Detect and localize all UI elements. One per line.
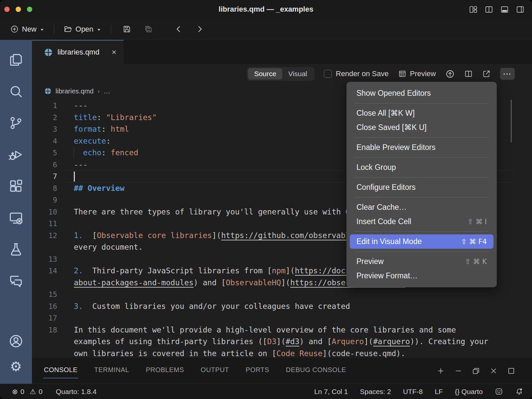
feedback-smiley-icon[interactable] — [495, 387, 503, 396]
activity-bar: ⚙ — [0, 40, 32, 384]
activitybar-testing-icon[interactable] — [8, 241, 24, 257]
status-ln-7-col-1[interactable]: Ln 7, Col 1 — [314, 388, 348, 396]
activitybar-run-debug-icon[interactable] — [8, 147, 24, 163]
menu-item-lock-group[interactable]: Lock Group — [346, 160, 497, 175]
status-bar: ⊗ 0 ⚠ 0 Quarto: 1.8.4 Ln 7, Col 1Spaces:… — [0, 384, 532, 399]
menu-item-preview-format[interactable]: Preview Format… — [346, 269, 497, 283]
activitybar-explorer-icon[interactable] — [8, 52, 24, 68]
close-tab-icon[interactable]: × — [112, 48, 116, 56]
code-text: echo: fenced — [74, 147, 138, 159]
code-text: ## Overview — [74, 183, 124, 195]
toggle-secondary-sidebar-icon[interactable] — [516, 5, 525, 14]
source-visual-toggle: Source Visual — [247, 67, 314, 81]
quarto-version-status[interactable]: Quarto: 1.8.4 — [56, 388, 97, 396]
code-segment: #d3 — [286, 337, 300, 346]
code-segment: about-packages-and-modules — [74, 278, 194, 287]
menu-item-configure-editors[interactable]: Configure Editors — [346, 180, 497, 195]
new-button[interactable]: New — [7, 23, 47, 36]
code-line[interactable]: 15 — [32, 289, 532, 301]
customize-layout-icon[interactable] — [469, 5, 478, 14]
source-mode-button[interactable]: Source — [248, 68, 282, 79]
line-number: 9 — [32, 194, 57, 206]
open-in-new-window-icon[interactable] — [482, 69, 491, 78]
code-line[interactable]: 18In this document we'll provide a high-… — [32, 324, 532, 336]
panel-minus-icon[interactable] — [454, 367, 463, 375]
code-segment: --- — [74, 160, 88, 169]
panel-tab-debug-console[interactable]: DEBUG CONSOLE — [285, 363, 347, 378]
breadcrumb-more[interactable]: … — [103, 87, 110, 95]
status-lf[interactable]: LF — [435, 388, 443, 396]
activitybar-settings-icon[interactable]: ⚙ — [8, 358, 24, 374]
code-text: format: html — [74, 123, 129, 135]
status-quarto[interactable]: {} Quarto — [455, 388, 483, 396]
problems-status[interactable]: ⊗ 0 ⚠ 0 — [12, 388, 43, 396]
code-segment: 2. — [74, 266, 83, 275]
menu-item-close-all-k-w[interactable]: Close All [⌘K W] — [346, 106, 497, 120]
preview-doc-icon — [398, 69, 407, 78]
code-segment: every document. — [74, 243, 143, 251]
split-editor-icon[interactable] — [484, 5, 493, 14]
code-line[interactable]: own libraries is covered in the article … — [32, 348, 532, 358]
code-text: 3. Custom libraries you and/or your coll… — [74, 301, 350, 313]
activitybar-account-icon[interactable] — [8, 333, 24, 349]
render-icon[interactable] — [445, 69, 455, 79]
code-segment: fenced — [111, 148, 138, 157]
activitybar-comments-icon[interactable] — [8, 273, 24, 289]
panel-restore-icon[interactable] — [472, 367, 480, 375]
code-segment: code-reuse.qmd — [332, 349, 396, 358]
navigate-back-icon[interactable] — [174, 25, 183, 34]
toggle-panel-icon[interactable] — [500, 5, 509, 14]
editor-actions-context-menu: Show Opened EditorsClose All [⌘K W]Close… — [346, 82, 497, 287]
warning-icon: ⚠ — [30, 388, 36, 396]
breadcrumb-file[interactable]: libraries.qmd — [56, 87, 93, 95]
navigate-forward-icon[interactable] — [195, 25, 204, 34]
scrollbar-slider[interactable] — [511, 100, 512, 142]
status-spaces-2[interactable]: Spaces: 2 — [360, 388, 391, 396]
open-button[interactable]: Open — [61, 23, 104, 36]
menu-item-enable-preview-editors[interactable]: Enable Preview Editors — [346, 140, 497, 155]
panel-tab-terminal[interactable]: TERMINAL — [93, 363, 130, 378]
code-segment: [ — [272, 349, 276, 358]
menu-item-insert-code-cell[interactable]: Insert Code Cell⇧ ⌘ I — [346, 214, 497, 229]
chevron-right-icon: › — [97, 88, 99, 95]
tab-libraries-qmd[interactable]: libraries.qmd × — [32, 40, 124, 64]
code-text: examples of using third-party libraries … — [74, 336, 488, 348]
menu-item-close-saved-k-u[interactable]: Close Saved [⌘K U] — [346, 120, 497, 135]
panel-maximize-icon[interactable] — [507, 367, 515, 375]
new-label: New — [22, 25, 37, 34]
menu-divider — [354, 177, 489, 178]
render-on-save-checkbox[interactable]: Render on Save — [324, 69, 389, 78]
panel-actions — [437, 358, 515, 384]
save-icon[interactable] — [122, 25, 131, 34]
code-line[interactable]: examples of using third-party libraries … — [32, 336, 532, 348]
activitybar-extensions-icon[interactable] — [8, 178, 24, 194]
line-number: 12 — [32, 230, 57, 242]
warning-count: 0 — [39, 388, 43, 396]
panel-tab-ports[interactable]: PORTS — [245, 363, 270, 378]
panel-plus-icon[interactable] — [437, 367, 445, 375]
panel-tab-console[interactable]: CONSOLE — [43, 363, 78, 378]
activitybar-search-icon[interactable] — [8, 83, 24, 99]
panel-tab-output[interactable]: OUTPUT — [200, 363, 230, 378]
panel-close-icon[interactable] — [489, 367, 498, 375]
panel-tab-problems[interactable]: PROBLEMS — [145, 363, 185, 378]
notifications-bell-icon[interactable] — [515, 387, 523, 396]
visual-mode-button[interactable]: Visual — [282, 68, 313, 79]
code-segment: D3 — [267, 337, 277, 346]
more-actions-button[interactable]: ⋯ — [500, 68, 515, 80]
activitybar-source-control-icon[interactable] — [8, 115, 24, 131]
menu-item-shortcut: ⇧ ⌘ K — [465, 258, 487, 266]
menu-item-edit-in-visual-mode[interactable]: Edit in Visual Mode⇧ ⌘ F4 — [350, 234, 493, 249]
menu-item-clear-cache[interactable]: Clear Cache… — [346, 200, 497, 214]
split-editor-icon[interactable] — [464, 69, 473, 78]
status-utf-8[interactable]: UTF-8 — [403, 388, 423, 396]
save-all-icon[interactable] — [144, 25, 153, 34]
menu-item-show-opened-editors[interactable]: Show Opened Editors — [346, 86, 497, 100]
code-segment: ]( — [276, 337, 286, 346]
code-line[interactable]: 163. Custom libraries you and/or your co… — [32, 301, 532, 313]
code-line[interactable]: 17 — [32, 312, 532, 324]
preview-button[interactable]: Preview — [398, 69, 436, 78]
code-segment: --- — [74, 101, 88, 110]
menu-item-preview[interactable]: Preview⇧ ⌘ K — [346, 254, 497, 269]
activitybar-sessions-icon[interactable] — [8, 210, 24, 226]
